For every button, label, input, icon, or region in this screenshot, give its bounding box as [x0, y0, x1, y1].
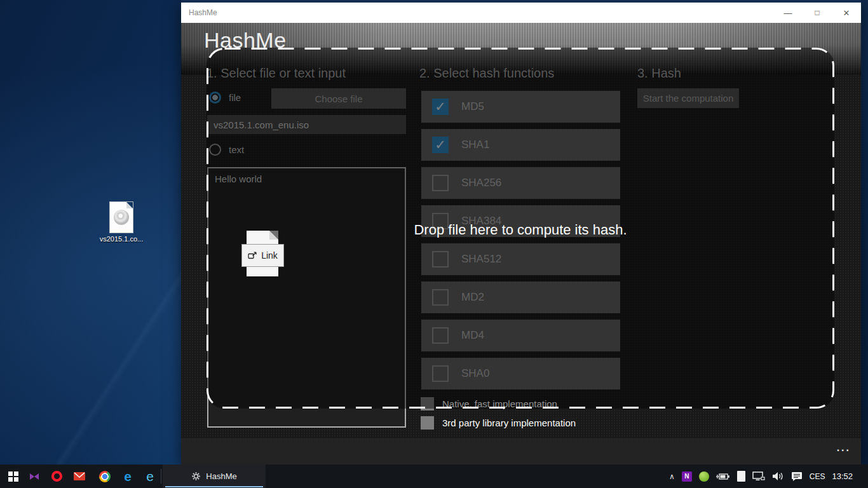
battery-charging-icon[interactable] [716, 472, 730, 481]
green-app-icon[interactable] [699, 471, 709, 482]
visual-studio-icon[interactable] [26, 464, 43, 488]
drop-zone-overlay[interactable]: Drop file here to compute its hash. [207, 48, 834, 409]
windows-logo-icon [8, 471, 18, 482]
system-tray: ∧ N CES [669, 464, 868, 488]
internet-explorer-icon[interactable]: e [142, 464, 158, 488]
volume-icon[interactable] [772, 471, 784, 481]
gear-icon [191, 471, 201, 481]
legend-row: 3rd party library implementation [421, 416, 576, 430]
page-fold [126, 202, 133, 208]
maximize-button[interactable]: □ [803, 3, 832, 23]
ghost-page-fold [269, 231, 278, 240]
desktop-icon-iso-file[interactable]: vs2015.1.co... [98, 202, 144, 243]
close-button[interactable]: ✕ [832, 3, 861, 23]
legend-swatch [421, 416, 434, 430]
mail-icon[interactable] [71, 464, 88, 488]
drop-message: Drop file here to compute its hash. [414, 218, 627, 238]
minimize-button[interactable]: — [773, 3, 803, 23]
legend-label: 3rd party library implementation [442, 417, 576, 428]
command-bar: ... [181, 438, 861, 464]
language-indicator[interactable]: CES [810, 472, 825, 481]
app-client-area: HashMe 1. Select file or text input file… [181, 23, 861, 464]
action-center-icon[interactable] [791, 471, 803, 482]
titlebar[interactable]: HashMe — □ ✕ [181, 3, 861, 23]
disc-icon [114, 210, 129, 225]
network-display-icon[interactable] [752, 471, 765, 482]
taskbar-divider [161, 469, 161, 484]
hashme-window: HashMe — □ ✕ HashMe 1. Select file or te… [181, 0, 861, 464]
opera-icon[interactable] [48, 464, 65, 488]
chevron-up-icon[interactable]: ∧ [669, 472, 675, 481]
start-button[interactable] [4, 464, 23, 488]
iso-file-icon [110, 202, 133, 233]
remote-window-icon[interactable] [737, 471, 745, 482]
desktop-icon-label: vs2015.1.co... [98, 235, 144, 243]
window-title: HashMe [189, 8, 217, 17]
more-options-button[interactable]: ... [837, 442, 851, 454]
taskbar: e e HashMe ∧ N [0, 464, 868, 488]
drag-link-label: Link [261, 250, 278, 261]
clock[interactable]: 13:52 [832, 471, 853, 481]
chrome-icon[interactable] [97, 464, 113, 488]
onenote-clipper-icon[interactable]: N [682, 471, 692, 482]
drag-link-badge: Link [241, 244, 284, 267]
taskbar-hashme-label: HashMe [206, 471, 236, 481]
edge-icon[interactable]: e [119, 464, 136, 488]
taskbar-hashme-button[interactable]: HashMe [163, 464, 266, 488]
shortcut-arrow-icon [248, 252, 257, 259]
desktop: vs2015.1.co... HashMe — □ ✕ HashMe 1. Se… [0, 0, 868, 488]
caption-buttons: — □ ✕ [773, 3, 861, 23]
